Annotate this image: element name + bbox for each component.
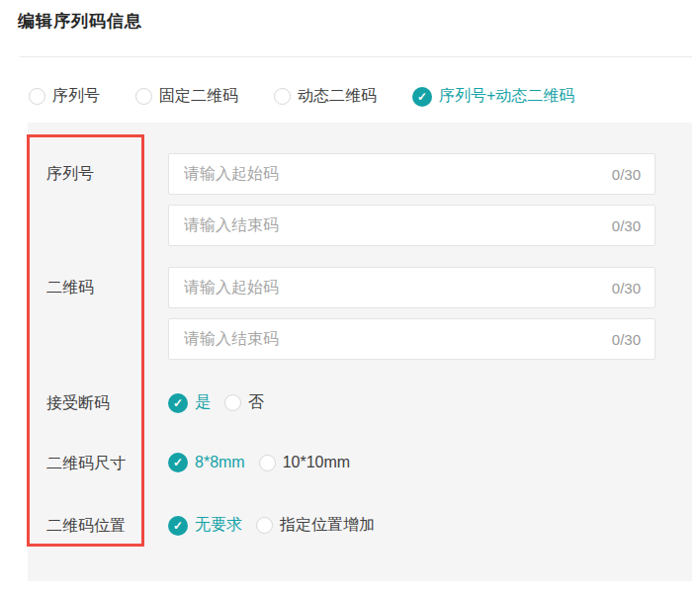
qrcode-end-input[interactable] [169,330,612,348]
char-counter: 0/30 [612,280,655,297]
type-option-dynamic-qr[interactable]: 动态二维码 [274,86,377,107]
type-option-label: 序列号 [52,86,100,107]
qr-size-option-8x8[interactable]: 8*8mm [168,453,245,472]
qr-position-option-no-requirement[interactable]: 无要求 [168,515,242,536]
serial-end-input-wrap: 0/30 [168,205,656,246]
option-label: 是 [195,392,211,413]
type-option-label: 动态二维码 [298,86,377,107]
radio-unchecked-icon [256,517,273,534]
radio-unchecked-icon [135,88,152,105]
qr-position-radio-group: 无要求 指定位置增加 [168,515,375,536]
radio-unchecked-icon [29,88,45,105]
type-option-label: 序列号+动态二维码 [439,86,574,107]
annotation-box [27,134,144,547]
accept-broken-radio-group: 是 否 [168,392,264,413]
radio-checked-icon [168,453,188,472]
char-counter: 0/30 [612,217,655,234]
radio-unchecked-icon [259,455,276,471]
char-counter: 0/30 [612,166,655,183]
qrcode-start-input-wrap: 0/30 [168,267,656,308]
page-title: 编辑序列码信息 [18,10,142,33]
type-option-label: 固定二维码 [159,86,238,107]
radio-unchecked-icon [274,88,291,105]
qrcode-start-input[interactable] [169,279,612,297]
qr-size-option-10x10[interactable]: 10*10mm [259,454,350,471]
radio-checked-icon [168,393,188,413]
option-label: 无要求 [195,515,242,536]
qr-size-radio-group: 8*8mm 10*10mm [168,453,350,472]
char-counter: 0/30 [612,331,655,348]
option-label: 指定位置增加 [280,515,375,536]
type-option-serial-plus-dynamic-qr[interactable]: 序列号+动态二维码 [412,86,574,107]
option-label: 否 [248,392,264,413]
qrcode-end-input-wrap: 0/30 [168,318,656,360]
qr-size-label: 二维码尺寸 [46,454,126,473]
option-label: 10*10mm [283,454,350,471]
accept-broken-option-no[interactable]: 否 [224,392,264,413]
accept-broken-option-yes[interactable]: 是 [168,392,211,413]
qrcode-label: 二维码 [46,278,94,297]
radio-unchecked-icon [224,394,241,411]
type-option-serial[interactable]: 序列号 [29,86,100,107]
qr-position-option-specified[interactable]: 指定位置增加 [256,515,375,536]
divider [20,56,692,57]
serial-start-input-wrap: 0/30 [168,153,656,195]
serial-number-label: 序列号 [46,164,94,184]
serial-start-input[interactable] [169,165,612,183]
accept-broken-label: 接受断码 [46,393,110,413]
radio-checked-icon [168,516,188,536]
serial-end-input[interactable] [169,216,612,234]
qr-position-label: 二维码位置 [46,516,126,536]
form-panel: 序列号 0/30 0/30 二维码 0/30 0/30 接受断码 是 否 二维码… [28,123,692,581]
type-option-fixed-qr[interactable]: 固定二维码 [135,86,238,107]
code-type-radio-group: 序列号 固定二维码 动态二维码 序列号+动态二维码 [29,86,574,107]
radio-checked-icon [412,87,432,107]
option-label: 8*8mm [195,454,245,471]
